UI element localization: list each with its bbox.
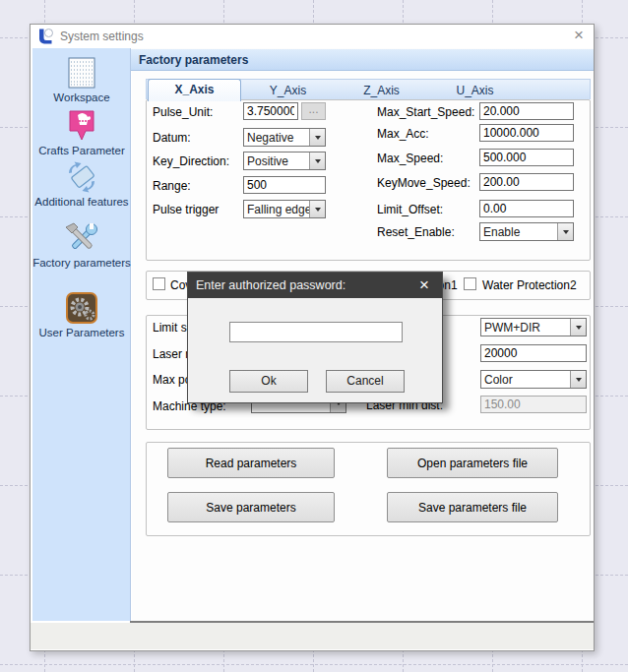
pulse-unit-input[interactable]	[243, 102, 298, 120]
password-dialog-titlebar[interactable]: Enter authorized password: ×	[188, 273, 442, 298]
range-label: Range:	[153, 179, 191, 193]
user-parameters-icon	[65, 291, 98, 325]
additional-features-icon	[64, 160, 99, 194]
crafts-parameter-icon	[66, 109, 97, 143]
datum-select[interactable]: Negative	[243, 128, 326, 147]
cancel-button[interactable]: Cancel	[326, 370, 405, 393]
read-parameters-button[interactable]: Read parameters	[167, 448, 335, 478]
pulse-trigger-select[interactable]: Falling edge	[243, 200, 326, 218]
axis-tabstrip: X_Axis Y_Axis Z_Axis U_Axis	[146, 79, 591, 99]
dropdown-arrow-icon	[570, 371, 586, 388]
laser-min-dist-input	[480, 396, 587, 413]
limit-offset-label: Limit_Offset:	[377, 203, 443, 216]
sidebar-item-workspace[interactable]: Workspace	[32, 56, 131, 104]
workspace-grid-icon	[65, 56, 98, 90]
window-title: System settings	[60, 30, 144, 43]
window-close-button[interactable]: ×	[570, 28, 588, 45]
sidebar-item-label: Crafts Parameter	[32, 145, 131, 157]
reset-enable-label: Reset_Enable:	[377, 225, 455, 239]
page-title: Factory parameters	[131, 49, 594, 71]
dialog-close-button[interactable]: ×	[414, 277, 434, 293]
sidebar-item-label: Additional features	[32, 196, 131, 209]
sidebar: Workspace Crafts Parameter	[32, 48, 131, 621]
key-direction-label: Key_Direction:	[153, 154, 229, 168]
water-protection2-checkbox[interactable]	[464, 277, 476, 290]
cover-protection-checkbox[interactable]	[153, 277, 165, 290]
tab-u-axis[interactable]: U_Axis	[428, 82, 522, 100]
sidebar-item-label: Factory parameters	[32, 257, 131, 270]
limit-offset-input[interactable]	[479, 200, 574, 217]
max-speed-input[interactable]	[479, 149, 574, 166]
max-start-speed-label: Max_Start_Speed:	[377, 105, 474, 119]
max-acc-label: Max_Acc:	[377, 127, 429, 141]
dropdown-arrow-icon	[309, 201, 325, 217]
ok-button[interactable]: Ok	[229, 370, 308, 393]
sidebar-item-additional-features[interactable]: Additional features	[32, 160, 131, 209]
tab-y-axis[interactable]: Y_Axis	[241, 82, 335, 100]
limit-signal-select[interactable]: PWM+DIR	[480, 318, 587, 336]
open-parameters-file-button[interactable]: Open parameters file	[387, 448, 558, 478]
max-speed-label: Max_Speed:	[377, 152, 443, 165]
datum-label: Datum:	[153, 131, 191, 145]
sidebar-item-crafts-parameter[interactable]: Crafts Parameter	[32, 109, 131, 157]
keymove-speed-input[interactable]	[479, 173, 574, 191]
dropdown-arrow-icon	[570, 319, 586, 336]
key-direction-select[interactable]: Positive	[243, 152, 326, 170]
reset-enable-select[interactable]: Enable	[479, 222, 574, 241]
laser-num-input[interactable]	[480, 344, 587, 362]
password-dialog-title: Enter authorized password:	[196, 278, 345, 292]
water-protection2-label: Water Protection2	[482, 278, 577, 292]
max-acc-input[interactable]	[479, 124, 574, 142]
password-input[interactable]	[229, 322, 403, 342]
save-parameters-file-button[interactable]: Save parameters file	[387, 492, 558, 522]
desktop-grid-line	[0, 664, 628, 665]
dropdown-arrow-icon	[309, 129, 325, 146]
dropdown-arrow-icon	[309, 153, 325, 169]
max-start-speed-input[interactable]	[479, 102, 574, 120]
sidebar-item-label: Workspace	[32, 92, 131, 104]
dropdown-arrow-icon	[557, 223, 573, 240]
desktop-background: System settings × Workspace	[0, 0, 628, 672]
window-titlebar[interactable]: System settings ×	[31, 25, 594, 48]
sidebar-item-factory-parameters[interactable]: Factory parameters	[32, 221, 131, 270]
keymove-speed-label: KeyMove_Speed:	[377, 176, 471, 190]
pulse-trigger-label: Pulse trigger	[153, 203, 219, 216]
tab-x-axis[interactable]: X_Axis	[148, 79, 241, 101]
max-power-select[interactable]: Color	[480, 370, 587, 389]
factory-parameters-icon	[64, 221, 99, 255]
pulse-unit-browse-button[interactable]: ...	[301, 102, 326, 120]
pulse-unit-label: Pulse_Unit:	[153, 105, 213, 119]
range-input[interactable]	[243, 176, 326, 194]
sidebar-item-label: User Parameters	[32, 327, 131, 339]
app-logo-icon	[36, 28, 54, 45]
tab-z-axis[interactable]: Z_Axis	[335, 82, 428, 100]
window-bottom-strip	[31, 623, 594, 649]
password-dialog: Enter authorized password: × Ok Cancel	[187, 272, 443, 403]
save-parameters-button[interactable]: Save parameters	[167, 492, 335, 522]
sidebar-item-user-parameters[interactable]: User Parameters	[32, 291, 131, 339]
